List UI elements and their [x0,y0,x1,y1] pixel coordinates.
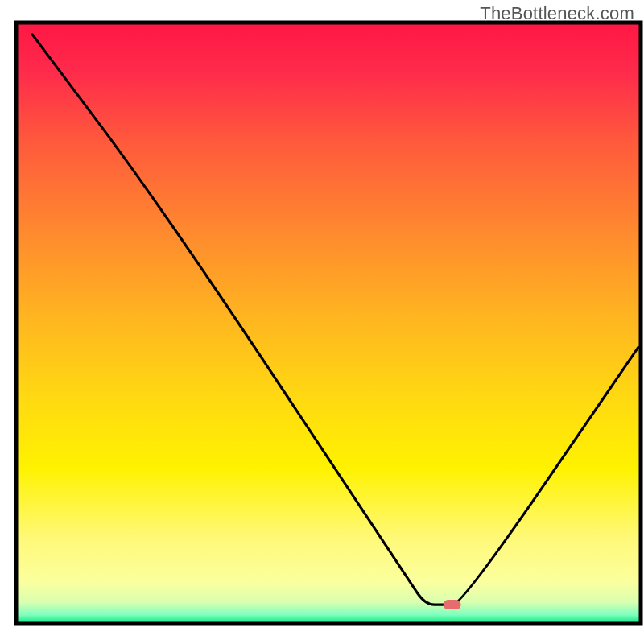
plot-background [16,23,641,624]
bottleneck-chart [0,0,644,644]
chart-container: TheBottleneck.com [0,0,644,644]
optimal-marker [444,600,461,609]
watermark-text: TheBottleneck.com [480,3,634,24]
